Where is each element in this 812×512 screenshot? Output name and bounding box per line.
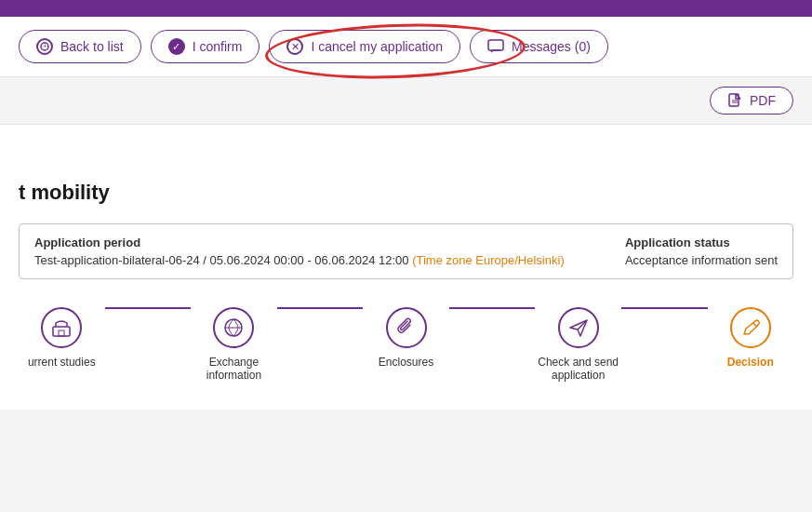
step-label-current-studies: urrent studies [28, 356, 96, 369]
message-icon [487, 38, 504, 55]
check-icon: ✓ [168, 38, 185, 55]
step-check-and-send[interactable]: Check and sendapplication [535, 307, 621, 382]
pdf-label: PDF [750, 93, 776, 108]
step-label-check-and-send: Check and sendapplication [538, 356, 619, 382]
connector-4 [621, 307, 708, 309]
svg-rect-6 [53, 327, 70, 336]
messages-button[interactable]: Messages (0) [470, 30, 608, 63]
back-icon: + [36, 38, 53, 55]
connector-1 [105, 307, 192, 309]
step-label-decision: Decision [727, 356, 774, 369]
connector-2 [277, 307, 364, 309]
period-value: Test-application-bilateral-06-24 / 05.06… [34, 253, 565, 267]
period-text: Test-application-bilateral-06-24 / 05.06… [34, 253, 409, 267]
pdf-button[interactable]: PDF [710, 87, 793, 115]
status-value: Acceptance information sent [625, 253, 778, 267]
step-circle-exchange-information [213, 307, 254, 348]
period-label: Application period [34, 236, 565, 249]
svg-rect-7 [59, 330, 64, 336]
step-enclosures[interactable]: Enclosures [363, 307, 449, 369]
step-current-studies[interactable]: urrent studies [19, 307, 105, 369]
action-toolbar: + Back to list ✓ I confirm ✕ I cancel my… [0, 17, 812, 77]
messages-label: Messages (0) [512, 39, 591, 54]
step-circle-enclosures [386, 307, 427, 348]
timezone-text: (Time zone Europe/Helsinki) [412, 253, 565, 267]
top-bar [0, 0, 812, 17]
progress-steps: urrent studies Exchange information [19, 307, 793, 391]
secondary-toolbar: PDF [0, 77, 812, 125]
app-info-left: Application period Test-application-bila… [34, 236, 565, 267]
step-label-exchange-information: Exchange information [191, 356, 277, 382]
step-circle-check-and-send [558, 307, 599, 348]
connector-3 [449, 307, 536, 309]
pdf-icon [727, 93, 742, 108]
application-info-box: Application period Test-application-bila… [19, 223, 793, 279]
main-content: t mobility Application period Test-appli… [0, 125, 812, 410]
app-info-right: Application status Acceptance informatio… [625, 236, 778, 267]
confirm-label: I confirm [193, 39, 243, 54]
step-label-enclosures: Enclosures [379, 356, 433, 369]
back-to-list-label: Back to list [60, 39, 124, 54]
x-circle-icon: ✕ [286, 38, 303, 55]
status-label: Application status [625, 236, 778, 249]
cancel-application-button[interactable]: ✕ I cancel my application [269, 30, 460, 63]
svg-rect-2 [488, 40, 503, 50]
back-to-list-button[interactable]: + Back to list [19, 30, 141, 63]
page-title: t mobility [19, 181, 793, 205]
step-circle-decision [730, 307, 771, 348]
cancel-application-label: I cancel my application [311, 39, 443, 54]
svg-text:+: + [44, 43, 47, 49]
step-decision[interactable]: Decision [708, 307, 794, 369]
step-circle-current-studies [41, 307, 82, 348]
confirm-button[interactable]: ✓ I confirm [151, 30, 260, 63]
step-exchange-information[interactable]: Exchange information [191, 307, 277, 382]
